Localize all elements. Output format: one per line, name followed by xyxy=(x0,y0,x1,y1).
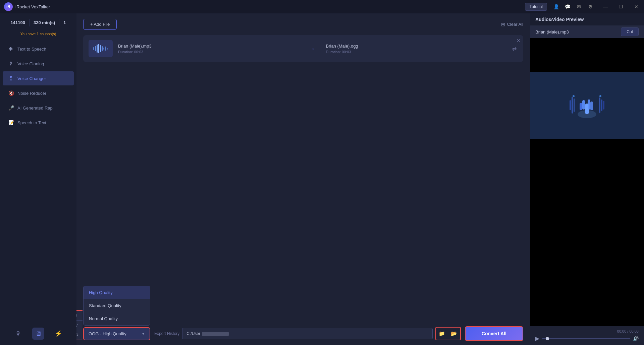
chat-icon[interactable]: 💬 xyxy=(562,2,573,12)
minimize-button[interactable]: — xyxy=(598,0,613,13)
file-output-info: Brian (Male).ogg Duration: 00:03 xyxy=(326,44,506,54)
sidebar-label-voice-changer: Voice Changer xyxy=(17,76,46,81)
sidebar-item-text-to-speech[interactable]: 🗣 Text to Speech xyxy=(3,42,74,56)
user-icon[interactable]: 👤 xyxy=(551,2,561,12)
exchange-icon[interactable]: ⇄ xyxy=(511,44,518,53)
sidebar-item-ai-generated-rap[interactable]: 🎤 AI Generated Rap xyxy=(3,101,74,115)
chevron-down-icon: ▼ xyxy=(142,332,145,336)
sidebar-label-voice-cloning: Voice Cloning xyxy=(17,61,44,66)
stat-extra-value: 1 xyxy=(63,20,66,25)
progress-track[interactable] xyxy=(542,338,630,339)
progress-indicator xyxy=(546,337,549,340)
close-button[interactable]: ✕ xyxy=(629,0,644,13)
quality-popup: High Quality Standard Quality Normal Qua… xyxy=(83,286,150,326)
export-path-display: C:/User xyxy=(182,328,432,339)
progress-bar: ▶ 🔊 xyxy=(535,335,639,342)
stat-count: 141190 xyxy=(7,19,30,26)
toolbar: + Add File ⊞ Clear All xyxy=(76,13,530,35)
sidebar-item-noise-reducer[interactable]: 🔇 Noise Reducer xyxy=(3,86,74,100)
window-controls: — ❐ ✕ xyxy=(598,0,644,13)
voice-changer-icon: 🎛 xyxy=(8,75,14,81)
svg-rect-17 xyxy=(574,98,575,112)
export-path-text: C:/User xyxy=(186,331,200,336)
open-folder-button[interactable]: 📁 xyxy=(437,328,447,339)
selected-quality-label: OGG - High Quality xyxy=(89,331,126,336)
clear-all-label: Clear All xyxy=(507,22,523,27)
svg-rect-18 xyxy=(599,97,600,113)
export-folder-buttons: 📁 📂 xyxy=(435,327,461,340)
screen-bottom-icon[interactable]: 🖥 xyxy=(32,328,44,340)
format-ogg: OGG xyxy=(76,330,83,340)
volume-icon[interactable]: 🔊 xyxy=(633,336,639,341)
quality-option-high[interactable]: High Quality xyxy=(84,286,150,299)
output-file-name: Brian (Male).ogg xyxy=(326,44,506,49)
svg-rect-11 xyxy=(582,100,585,110)
sidebar-stats: 141190 320 min(s) 1 xyxy=(0,16,76,29)
voice-cloning-icon: 🎙 xyxy=(8,61,14,67)
time-display: 00:00 / 00:03 xyxy=(535,329,639,333)
video-area-top xyxy=(530,38,644,72)
waveform-icon xyxy=(93,43,109,55)
svg-rect-7 xyxy=(105,47,106,51)
app-logo: iR xyxy=(4,2,13,11)
app-title: iRocket VoxTalker xyxy=(15,4,50,9)
stat-count-value: 141190 xyxy=(11,20,25,25)
preview-panel: Audio&Video Preview Brian (Male).mp3 Cut xyxy=(530,13,644,345)
settings-icon[interactable]: ⚙ xyxy=(585,2,595,12)
format-mp3: MP3 xyxy=(76,311,83,321)
convert-all-button[interactable]: Convert All xyxy=(465,326,523,341)
titlebar: iR iRocket VoxTalker Tutorial 👤 💬 ✉ ⚙ — … xyxy=(0,0,644,13)
svg-rect-1 xyxy=(95,46,96,51)
svg-rect-13 xyxy=(590,101,593,110)
mail-icon[interactable]: ✉ xyxy=(574,2,584,12)
export-label: Export History xyxy=(154,331,179,336)
mic-bottom-icon[interactable]: 🎙 xyxy=(12,328,24,340)
arrow-right-icon: → xyxy=(303,45,321,53)
sidebar-item-speech-to-text[interactable]: 📝 Speech to Text xyxy=(3,116,74,130)
svg-rect-3 xyxy=(98,44,99,53)
quality-option-normal[interactable]: Normal Quality xyxy=(84,312,150,325)
file-list: Brian (Male).mp3 Duration: 00:03 → Brian… xyxy=(76,35,530,322)
svg-rect-6 xyxy=(103,48,104,50)
preview-waveform-icon xyxy=(567,90,607,120)
stat-minutes-value: 320 min(s) xyxy=(34,20,55,25)
quality-option-standard[interactable]: Standard Quality xyxy=(84,299,150,312)
preview-file-name: Brian (Male).mp3 xyxy=(535,29,569,34)
sidebar-item-voice-changer[interactable]: 🎛 Voice Changer xyxy=(3,71,74,85)
svg-rect-5 xyxy=(102,46,103,51)
add-file-button[interactable]: + Add File xyxy=(83,19,117,30)
remove-file-button[interactable]: ✕ xyxy=(517,38,521,43)
sidebar-item-voice-cloning[interactable]: 🎙 Voice Cloning xyxy=(3,57,74,71)
grid-icon: ⊞ xyxy=(501,22,505,27)
selected-quality-dropdown[interactable]: OGG - High Quality ▼ xyxy=(83,327,150,340)
sidebar-nav: 🗣 Text to Speech 🎙 Voice Cloning 🎛 Voice… xyxy=(0,40,76,322)
sidebar-label-noise-reducer: Noise Reducer xyxy=(17,91,46,96)
table-row: Brian (Male).mp3 Duration: 00:03 → Brian… xyxy=(83,35,523,62)
play-button[interactable]: ▶ xyxy=(535,335,539,342)
tutorial-button[interactable]: Tutorial xyxy=(525,3,547,11)
stat-extra: 1 xyxy=(59,19,70,26)
sidebar: 141190 320 min(s) 1 You have 1 coupon(s)… xyxy=(0,13,76,345)
preview-section-title: Audio&Video Preview xyxy=(535,17,584,22)
stat-minutes: 320 min(s) xyxy=(30,19,59,26)
svg-point-21 xyxy=(573,95,575,97)
quality-selector-wrapper: High Quality Standard Quality Normal Qua… xyxy=(83,327,150,340)
sidebar-label-speech-to-text: Speech to Text xyxy=(17,120,46,125)
content-area: + Add File ⊞ Clear All xyxy=(76,13,530,345)
video-area-bottom xyxy=(530,139,644,326)
svg-rect-14 xyxy=(580,103,582,110)
bottom-bar: High Quality Standard Quality Normal Qua… xyxy=(76,322,530,345)
browse-folder-button[interactable]: 📂 xyxy=(449,328,460,339)
titlebar-icons: Tutorial 👤 💬 ✉ ⚙ xyxy=(525,0,595,13)
cut-button[interactable]: Cut xyxy=(621,27,639,36)
video-thumbnail-area xyxy=(530,72,644,139)
clear-all-button[interactable]: ⊞ Clear All xyxy=(501,22,523,27)
share-bottom-icon[interactable]: ⚡ xyxy=(52,328,64,340)
file-thumbnail xyxy=(89,40,113,57)
svg-rect-15 xyxy=(570,100,571,110)
svg-rect-8 xyxy=(107,48,108,50)
maximize-button[interactable]: ❐ xyxy=(613,0,629,13)
app-body: 141190 320 min(s) 1 You have 1 coupon(s)… xyxy=(0,13,644,345)
svg-rect-0 xyxy=(93,47,94,50)
svg-rect-19 xyxy=(601,99,602,111)
